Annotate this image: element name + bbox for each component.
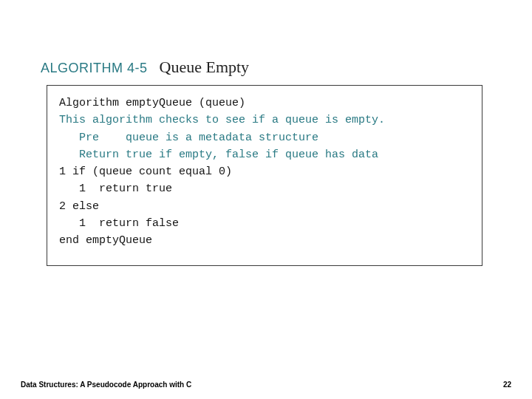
algorithm-label: ALGORITHM 4-5 — [41, 61, 148, 76]
code-line: Algorithm emptyQueue (queue) — [59, 95, 470, 112]
code-line: 2 else — [59, 198, 470, 215]
algorithm-heading: ALGORITHM 4-5 Queue Empty — [41, 58, 249, 77]
footer-text: Data Structures: A Pseudocode Approach w… — [21, 381, 191, 389]
code-line: 1 return true — [59, 180, 470, 197]
code-line: This algorithm checks to see if a queue … — [59, 112, 470, 129]
slide-footer: Data Structures: A Pseudocode Approach w… — [21, 381, 511, 389]
algorithm-title: Queue Empty — [160, 58, 250, 77]
code-line: 1 if (queue count equal 0) — [59, 163, 470, 180]
code-line: Pre queue is a metadata structure — [59, 129, 470, 146]
page-number: 22 — [503, 381, 511, 389]
code-line: end emptyQueue — [59, 232, 470, 249]
slide: ALGORITHM 4-5 Queue Empty Algorithm empt… — [0, 0, 532, 399]
code-line: Return true if empty, false if queue has… — [59, 146, 470, 163]
algorithm-code-box: Algorithm emptyQueue (queue) This algori… — [47, 85, 482, 266]
code-line: 1 return false — [59, 215, 470, 232]
